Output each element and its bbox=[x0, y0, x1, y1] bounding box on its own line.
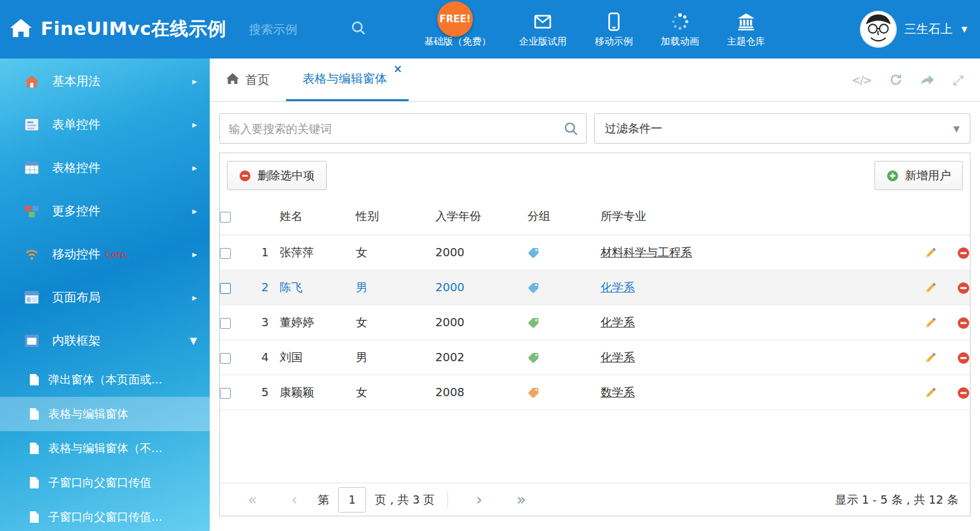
remove-icon[interactable] bbox=[957, 317, 970, 329]
nav-item-theme-store[interactable]: 主题仓库 bbox=[727, 11, 765, 48]
cell-gender: 男 bbox=[356, 340, 435, 375]
table-row[interactable]: 3 董婷婷 女 2000 化学系 bbox=[220, 305, 970, 340]
row-checkbox[interactable] bbox=[220, 353, 231, 364]
nav-label: 加载动画 bbox=[661, 36, 699, 48]
sidebar-subitem-grid-edit-window[interactable]: 表格与编辑窗体 bbox=[0, 397, 210, 431]
edit-icon[interactable] bbox=[924, 387, 937, 399]
sidebar-item-form-controls[interactable]: 表单控件 ▸ bbox=[0, 103, 210, 146]
pagination-prev-button[interactable]: ‹ bbox=[273, 492, 315, 507]
sidebar-item-label: 页面布局 bbox=[52, 289, 100, 306]
major-link[interactable]: 数学系 bbox=[601, 385, 635, 399]
keyword-search-input[interactable] bbox=[220, 114, 586, 143]
app-logo[interactable]: FineUIMvc在线示例 bbox=[0, 17, 226, 42]
page-icon bbox=[29, 408, 39, 420]
sidebar-item-grid-controls[interactable]: 表格控件 ▸ bbox=[0, 146, 210, 190]
sidebar-subitem-label: 表格与编辑窗体（不... bbox=[48, 441, 162, 456]
tab-grid-edit-window[interactable]: 表格与编辑窗体 × bbox=[286, 59, 409, 101]
chevron-right-icon: ▸ bbox=[192, 292, 197, 303]
nav-item-mobile-demo[interactable]: 移动示例 bbox=[595, 11, 633, 48]
sidebar-item-basic-usage[interactable]: 基本用法 ▸ bbox=[0, 60, 210, 103]
select-all-checkbox[interactable] bbox=[220, 212, 231, 223]
edit-icon[interactable] bbox=[924, 247, 937, 259]
table-icon bbox=[24, 160, 42, 176]
major-link[interactable]: 化学系 bbox=[601, 280, 635, 294]
main-area: 首页 表格与编辑窗体 × </> ⤢ bbox=[210, 59, 980, 531]
record-count-summary: 显示 1 - 5 条 , 共 12 条 bbox=[835, 492, 958, 507]
expand-icon[interactable]: ⤢ bbox=[953, 72, 963, 88]
sidebar-subitem-child-to-parent-2[interactable]: 子窗口向父窗口传值... bbox=[0, 500, 210, 531]
tag-icon bbox=[527, 247, 540, 259]
remove-icon[interactable] bbox=[957, 282, 970, 294]
sidebar-subitem-child-to-parent[interactable]: 子窗口向父窗口传值 bbox=[0, 465, 210, 500]
free-badge: FREE! bbox=[437, 1, 473, 37]
user-name: 三生石上 bbox=[904, 21, 953, 38]
chevron-right-icon: ▸ bbox=[192, 249, 197, 260]
form-icon bbox=[24, 117, 42, 132]
tab-tools: </> ⤢ bbox=[852, 59, 980, 101]
pagination-first-button[interactable]: « bbox=[231, 492, 273, 507]
source-code-icon[interactable]: </> bbox=[852, 74, 871, 86]
page-icon bbox=[29, 511, 39, 523]
edit-icon[interactable] bbox=[924, 317, 937, 329]
cell-year: 2008 bbox=[435, 375, 527, 410]
pagination-last-button[interactable]: » bbox=[500, 492, 542, 507]
filter-dropdown[interactable]: 过滤条件一 ▼ bbox=[594, 113, 970, 144]
cell-gender: 女 bbox=[356, 375, 435, 410]
major-link[interactable]: 材料科学与工程系 bbox=[601, 245, 692, 259]
table-row-selected[interactable]: 2 陈飞 男 2000 化学系 bbox=[220, 270, 970, 305]
sidebar-item-more-controls[interactable]: 更多控件 ▸ bbox=[0, 190, 210, 233]
edit-icon[interactable] bbox=[924, 352, 937, 364]
pagination-page-input[interactable] bbox=[338, 487, 366, 513]
cell-name: 陈飞 bbox=[280, 270, 356, 305]
remove-icon[interactable] bbox=[957, 247, 970, 259]
sidebar-subitem-popup-window[interactable]: 弹出窗体（本页面或... bbox=[0, 362, 210, 397]
row-checkbox[interactable] bbox=[220, 388, 231, 399]
tab-home[interactable]: 首页 bbox=[210, 59, 286, 101]
close-icon[interactable]: × bbox=[393, 64, 402, 74]
edit-icon[interactable] bbox=[924, 282, 937, 294]
user-menu[interactable]: 三生石上 ▼ bbox=[860, 11, 980, 48]
sidebar-item-label: 表单控件 bbox=[52, 116, 100, 133]
chevron-right-icon: ▸ bbox=[192, 205, 197, 217]
sidebar-item-mobile-controls[interactable]: 移动控件 Corp. ▸ bbox=[0, 233, 210, 276]
delete-selected-button[interactable]: 删除选中项 bbox=[227, 161, 327, 190]
search-icon[interactable] bbox=[564, 121, 578, 139]
refresh-icon[interactable] bbox=[889, 73, 902, 86]
table-row[interactable]: 5 康颖颖 女 2008 数学系 bbox=[220, 375, 970, 410]
header-search-input[interactable] bbox=[249, 22, 344, 36]
sidebar-item-label: 内联框架 bbox=[52, 333, 100, 349]
major-link[interactable]: 化学系 bbox=[601, 350, 635, 364]
table-row[interactable]: 4 刘国 男 2002 化学系 bbox=[220, 340, 970, 375]
major-link[interactable]: 化学系 bbox=[601, 315, 635, 329]
cell-gender: 男 bbox=[356, 270, 435, 305]
sidebar-subitem-grid-edit-window-2[interactable]: 表格与编辑窗体（不... bbox=[0, 431, 210, 465]
remove-icon[interactable] bbox=[957, 387, 970, 399]
search-icon[interactable] bbox=[351, 20, 366, 38]
table-row[interactable]: 1 张萍萍 女 2000 材料科学与工程系 bbox=[220, 235, 970, 270]
share-icon[interactable] bbox=[920, 74, 935, 86]
nav-label: 企业版试用 bbox=[519, 36, 567, 48]
sidebar-subitem-label: 子窗口向父窗口传值... bbox=[48, 509, 162, 525]
col-rownum bbox=[250, 198, 280, 235]
col-gender: 性别 bbox=[356, 198, 435, 235]
col-name: 姓名 bbox=[280, 198, 356, 235]
sidebar-item-page-layout[interactable]: 页面布局 ▸ bbox=[0, 276, 210, 319]
keyword-search bbox=[219, 113, 587, 144]
cell-name: 张萍萍 bbox=[280, 235, 356, 270]
sidebar-item-iframe[interactable]: 内联框架 ▼ bbox=[0, 319, 210, 362]
col-year: 入学年份 bbox=[435, 198, 527, 235]
add-user-button[interactable]: 新增用户 bbox=[875, 161, 963, 190]
remove-icon[interactable] bbox=[957, 352, 970, 364]
row-checkbox[interactable] bbox=[220, 248, 231, 259]
nav-item-loading-animations[interactable]: 加载动画 bbox=[661, 11, 699, 48]
sidebar-item-label: 移动控件 bbox=[52, 246, 100, 263]
row-checkbox[interactable] bbox=[220, 283, 231, 294]
row-checkbox[interactable] bbox=[220, 318, 231, 329]
tab-label: 首页 bbox=[245, 72, 269, 88]
plus-circle-icon bbox=[887, 170, 899, 182]
page-icon bbox=[29, 373, 39, 386]
nav-label: 移动示例 bbox=[595, 36, 633, 48]
pagination-next-button[interactable]: › bbox=[458, 492, 500, 507]
home-icon bbox=[24, 74, 42, 89]
nav-item-enterprise-trial[interactable]: 企业版试用 bbox=[519, 11, 567, 48]
